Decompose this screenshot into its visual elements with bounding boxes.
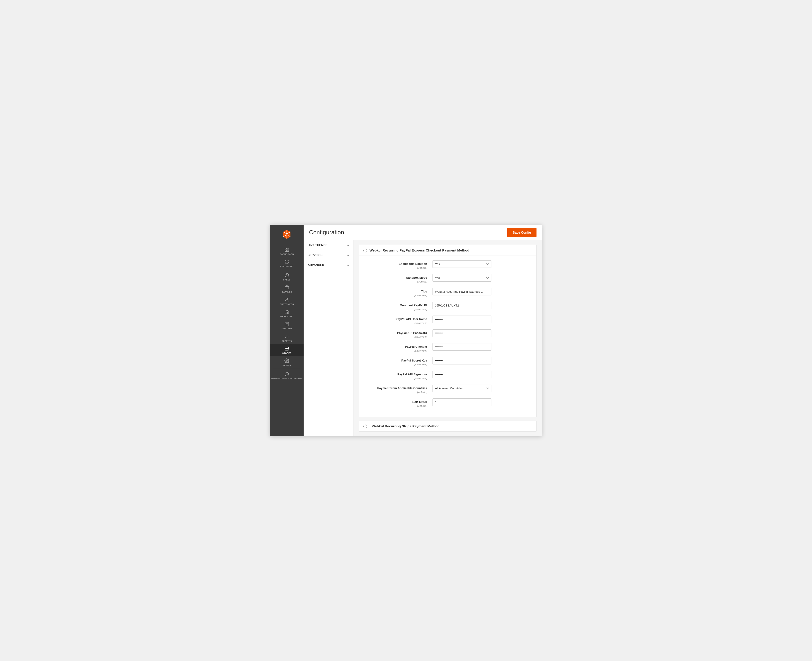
sidebar-item-recurring[interactable]: RECURRING (270, 257, 304, 269)
svg-text:$: $ (286, 274, 288, 277)
select-payment-countries[interactable]: All Allowed Countries Specific Countries (432, 385, 492, 392)
marketing-icon (284, 310, 289, 315)
scope-client-id: [store view] (414, 349, 427, 352)
svg-rect-4 (287, 250, 289, 252)
control-enable-solution: Yes No (432, 260, 531, 268)
control-merchant-id (432, 302, 531, 309)
chevron-down-icon: ⌄ (347, 244, 349, 247)
select-enable-solution[interactable]: Yes No (432, 260, 492, 268)
form-row-sort-order: Sort Order [website] (365, 398, 531, 408)
stores-icon (284, 346, 289, 351)
sidebar-item-system[interactable]: SYSTEM (270, 356, 304, 368)
input-merchant-paypal-id[interactable] (432, 302, 492, 309)
sidebar-item-label-partners: FIND PARTNERS & EXTENSIONS (271, 378, 303, 380)
left-panel-item-services[interactable]: SERVICES ⌄ (304, 250, 353, 260)
sidebar-logo (270, 225, 304, 244)
sidebar-navigation: DASHBOARD RECURRING $ SALES (270, 244, 304, 382)
sidebar-item-content[interactable]: CONTENT (270, 319, 304, 332)
section-header[interactable]: ◯ Webkul Recurring PayPal Express Checko… (359, 245, 536, 256)
save-config-button[interactable]: Save Config (507, 228, 537, 237)
label-paypal-secret-key: PayPal Secret Key (365, 359, 427, 362)
sidebar-item-stores[interactable]: STORES (270, 344, 304, 356)
sidebar-item-label-reports: REPORTS (281, 340, 292, 342)
content-area: HIVA THEMES ⌄ SERVICES ⌄ ADVANCED ⌄ (304, 240, 542, 436)
sidebar-item-sales[interactable]: $ SALES (270, 270, 304, 283)
form-label-group-title: Title [store view] (365, 288, 432, 297)
label-paypal-api-username: PayPal API User Name (365, 318, 427, 321)
partners-icon (284, 372, 289, 377)
input-title[interactable] (432, 288, 492, 295)
collapse-icon: ◯ (363, 248, 367, 252)
left-panel-label-services: SERVICES (308, 253, 323, 257)
scope-sandbox-mode: [website] (417, 280, 427, 283)
control-api-username (432, 316, 531, 323)
label-paypal-api-signature: PayPal API Signature (365, 373, 427, 376)
config-right-panel: ◯ Webkul Recurring PayPal Express Checko… (354, 240, 542, 436)
label-sandbox-mode: Sandbox Mode (365, 276, 427, 279)
chevron-down-icon-3: ⌄ (347, 263, 349, 267)
form-label-group-sort-order: Sort Order [website] (365, 398, 432, 408)
sidebar-item-partners[interactable]: FIND PARTNERS & EXTENSIONS (270, 369, 304, 382)
label-paypal-client-id: PayPal Client Id (365, 345, 427, 348)
recurring-icon (284, 259, 289, 264)
input-sort-order[interactable] (432, 398, 492, 406)
sidebar-item-label-recurring: RECURRING (280, 265, 293, 268)
form-row-enable-solution: Enable this Solution [website] Yes No (365, 260, 531, 270)
expand-icon: ◯ (363, 424, 367, 428)
sidebar-item-reports[interactable]: REPORTS (270, 332, 304, 344)
sidebar-item-label-customers: CUSTOMERS (280, 303, 294, 305)
catalog-icon (284, 285, 289, 290)
input-paypal-api-signature[interactable] (432, 371, 492, 378)
sidebar-item-marketing[interactable]: MARKETING (270, 307, 304, 319)
paypal-section-card: ◯ Webkul Recurring PayPal Express Checko… (359, 245, 537, 417)
input-paypal-client-id[interactable] (432, 343, 492, 351)
form-label-group-secret-key: PayPal Secret Key [store view] (365, 357, 432, 366)
label-payment-countries: Payment from Applicable Countries (365, 386, 427, 390)
stripe-section-card[interactable]: ◯ Webkul Recurring Stripe Payment Method (359, 421, 537, 432)
scope-merchant-id: [store view] (414, 308, 427, 311)
left-panel-label-advanced: ADVANCED (308, 263, 324, 267)
form-row-merchant-paypal-id: Merchant PayPal ID [store view] (365, 302, 531, 311)
sidebar-item-dashboard[interactable]: DASHBOARD (270, 245, 304, 257)
control-sandbox-mode: Yes No (432, 274, 531, 282)
scope-api-password: [store view] (414, 335, 427, 338)
form-label-group-api-password: PayPal API Password [store view] (365, 329, 432, 338)
page-header: Configuration Save Config (304, 225, 542, 240)
sidebar-item-label-system: SYSTEM (282, 364, 291, 367)
form-row-paypal-api-password: PayPal API Password [store view] (365, 329, 531, 338)
control-api-password (432, 329, 531, 337)
select-sandbox-mode[interactable]: Yes No (432, 274, 492, 282)
form-label-group-sandbox-mode: Sandbox Mode [website] (365, 274, 432, 283)
input-paypal-api-username[interactable] (432, 316, 492, 323)
label-title: Title (365, 290, 427, 293)
control-title (432, 288, 531, 295)
sidebar-item-label-content: CONTENT (282, 327, 292, 330)
label-sort-order: Sort Order (365, 400, 427, 404)
sidebar-divider-2 (274, 369, 300, 369)
input-paypal-secret-key[interactable] (432, 357, 492, 364)
control-client-id (432, 343, 531, 351)
stripe-section-title: Webkul Recurring Stripe Payment Method (372, 424, 439, 428)
form-row-paypal-client-id: PayPal Client Id [store view] (365, 343, 531, 353)
scope-sort-order: [website] (417, 404, 427, 407)
control-secret-key (432, 357, 531, 364)
sidebar-item-catalog[interactable]: CATALOG (270, 283, 304, 295)
left-panel-item-advanced[interactable]: ADVANCED ⌄ (304, 260, 353, 270)
reports-icon (284, 334, 289, 339)
label-enable-solution: Enable this Solution (365, 262, 427, 265)
svg-rect-1 (285, 248, 287, 249)
sidebar-item-customers[interactable]: CUSTOMERS (270, 295, 304, 307)
config-left-panel: HIVA THEMES ⌄ SERVICES ⌄ ADVANCED ⌄ (304, 240, 354, 436)
label-paypal-api-password: PayPal API Password (365, 331, 427, 335)
form-label-group-client-id: PayPal Client Id [store view] (365, 343, 432, 353)
form-row-paypal-api-username: PayPal API User Name [store view] (365, 316, 531, 325)
control-api-signature (432, 371, 531, 378)
input-paypal-api-password[interactable] (432, 329, 492, 337)
main-area: Configuration Save Config HIVA THEMES ⌄ … (304, 225, 542, 436)
sidebar: DASHBOARD RECURRING $ SALES (270, 225, 304, 436)
left-panel-item-hiva-themes[interactable]: HIVA THEMES ⌄ (304, 240, 353, 250)
form-row-payment-countries: Payment from Applicable Countries [websi… (365, 385, 531, 394)
svg-point-15 (286, 360, 288, 361)
dashboard-icon (284, 247, 289, 252)
control-sort-order (432, 398, 531, 406)
